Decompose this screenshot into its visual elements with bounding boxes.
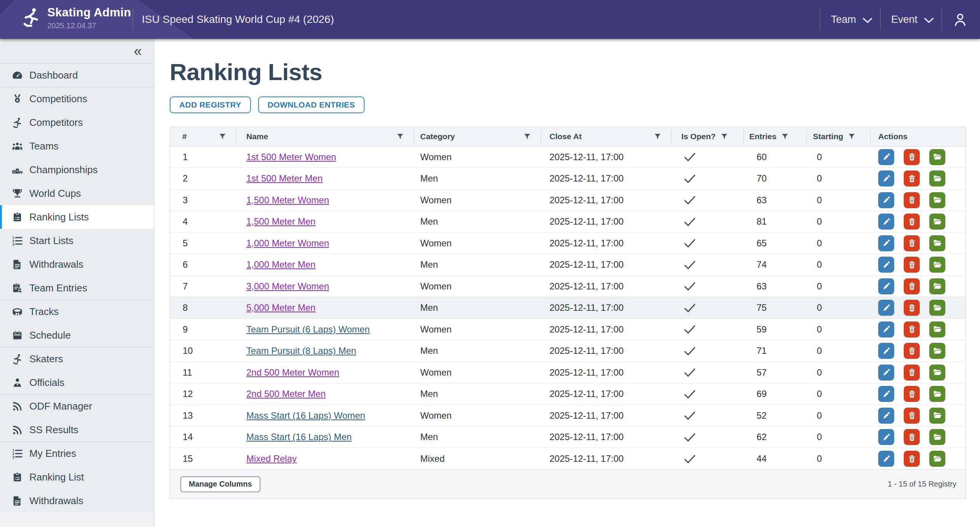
sidebar-collapse-button[interactable]: « <box>134 44 142 58</box>
ranking-list-link[interactable]: 2nd 500 Meter Men <box>246 389 326 399</box>
edit-button[interactable] <box>878 343 894 359</box>
entries-cell: 60 <box>744 146 807 168</box>
sidebar-item[interactable]: Schedule <box>0 323 154 347</box>
edit-button[interactable] <box>878 451 894 467</box>
delete-button[interactable] <box>904 408 920 424</box>
filter-icon[interactable] <box>782 133 788 140</box>
sidebar-item[interactable]: 123 My Entries <box>0 442 154 465</box>
download-entries-button[interactable]: DOWNLOAD ENTRIES <box>258 96 365 113</box>
ranking-list-link[interactable]: 1st 500 Meter Men <box>246 173 323 184</box>
delete-button[interactable] <box>904 386 920 402</box>
delete-button[interactable] <box>904 278 920 294</box>
table-column-header: Entries <box>744 127 807 146</box>
edit-button[interactable] <box>878 235 894 251</box>
open-folder-button[interactable] <box>929 321 945 337</box>
delete-button[interactable] <box>904 235 920 251</box>
open-folder-button[interactable] <box>929 451 945 467</box>
sidebar-item-label: Schedule <box>29 329 71 341</box>
edit-button[interactable] <box>878 429 894 445</box>
open-folder-button[interactable] <box>929 278 945 294</box>
ranking-list-link[interactable]: Mass Start (16 Laps) Women <box>246 410 365 421</box>
sidebar-item[interactable]: Skaters <box>0 347 154 371</box>
filter-icon[interactable] <box>524 133 530 140</box>
open-folder-button[interactable] <box>929 192 945 208</box>
sidebar-item[interactable]: Competitions <box>0 87 154 111</box>
delete-button[interactable] <box>904 343 920 359</box>
ranking-list-link[interactable]: 3,000 Meter Women <box>246 281 329 292</box>
delete-button[interactable] <box>904 429 920 445</box>
sidebar-item[interactable]: Teams <box>0 134 154 158</box>
edit-button[interactable] <box>878 214 894 230</box>
edit-button[interactable] <box>878 321 894 337</box>
open-folder-button[interactable] <box>929 214 945 230</box>
user-account-button[interactable] <box>952 11 969 28</box>
category-cell: Men <box>414 211 541 232</box>
sidebar-item[interactable]: Ranking Lists <box>0 205 154 229</box>
delete-button[interactable] <box>904 214 920 230</box>
open-folder-button[interactable] <box>929 408 945 424</box>
open-folder-button[interactable] <box>929 257 945 273</box>
event-menu[interactable]: Event <box>880 14 941 26</box>
filter-icon[interactable] <box>654 133 661 140</box>
sidebar-item[interactable]: 123 Championships <box>0 158 154 182</box>
filter-icon[interactable] <box>397 133 403 140</box>
delete-button[interactable] <box>904 192 920 208</box>
sidebar-item[interactable]: Tracks <box>0 300 154 323</box>
sidebar-item[interactable]: SS Results <box>0 418 154 442</box>
open-folder-button[interactable] <box>929 343 945 359</box>
add-registry-button[interactable]: ADD REGISTRY <box>170 96 251 113</box>
ranking-list-link[interactable]: 5,000 Meter Men <box>246 302 315 313</box>
ranking-list-link[interactable]: 1,000 Meter Women <box>246 238 329 249</box>
filter-icon[interactable] <box>848 133 855 140</box>
open-folder-button[interactable] <box>929 365 945 381</box>
delete-button[interactable] <box>904 451 920 467</box>
sidebar-item[interactable]: Ranking List <box>0 465 154 489</box>
edit-button[interactable] <box>878 300 894 316</box>
ranking-list-link[interactable]: 1,500 Meter Women <box>246 195 329 206</box>
ranking-list-link[interactable]: Mass Start (16 Laps) Men <box>246 432 352 442</box>
ranking-list-link[interactable]: 1,000 Meter Men <box>246 259 315 270</box>
open-folder-button[interactable] <box>929 300 945 316</box>
edit-button[interactable] <box>878 278 894 294</box>
sidebar-item[interactable]: Withdrawals <box>0 489 154 513</box>
ranking-list-link[interactable]: 2nd 500 Meter Women <box>246 367 339 378</box>
edit-button[interactable] <box>878 257 894 273</box>
trash-icon <box>908 325 916 334</box>
filter-icon[interactable] <box>721 133 728 140</box>
ranking-list-link[interactable]: Team Pursuit (6 Laps) Women <box>246 324 370 335</box>
edit-button[interactable] <box>878 149 894 165</box>
edit-button[interactable] <box>878 408 894 424</box>
sidebar-item[interactable]: Withdrawals <box>0 252 154 276</box>
edit-button[interactable] <box>878 192 894 208</box>
ranking-list-link[interactable]: 1st 500 Meter Women <box>246 152 336 162</box>
delete-button[interactable] <box>904 257 920 273</box>
open-folder-button[interactable] <box>929 386 945 402</box>
trash-icon <box>908 304 916 312</box>
sidebar-item[interactable]: World Cups <box>0 182 154 205</box>
delete-button[interactable] <box>904 149 920 165</box>
ranking-list-link[interactable]: 1,500 Meter Men <box>246 216 315 227</box>
filter-icon[interactable] <box>219 133 226 140</box>
sidebar-item[interactable]: Team Entries <box>0 276 154 300</box>
ranking-list-link[interactable]: Mixed Relay <box>246 453 297 464</box>
delete-button[interactable] <box>904 321 920 337</box>
sidebar-item[interactable]: Officials <box>0 371 154 394</box>
delete-button[interactable] <box>904 300 920 316</box>
edit-button[interactable] <box>878 386 894 402</box>
sidebar-item[interactable]: Competitors <box>0 111 154 134</box>
open-folder-button[interactable] <box>929 429 945 445</box>
header-divider <box>941 8 942 31</box>
sidebar-item[interactable]: ODF Manager <box>0 394 154 418</box>
sidebar-item[interactable]: 123 Start Lists <box>0 229 154 252</box>
manage-columns-button[interactable]: Manage Columns <box>180 476 260 492</box>
open-folder-button[interactable] <box>929 235 945 251</box>
open-folder-button[interactable] <box>929 170 945 186</box>
ranking-list-link[interactable]: Team Pursuit (8 Laps) Men <box>246 345 356 356</box>
edit-button[interactable] <box>878 170 894 186</box>
delete-button[interactable] <box>904 365 920 381</box>
edit-button[interactable] <box>878 365 894 381</box>
team-menu[interactable]: Team <box>820 14 880 26</box>
sidebar-item[interactable]: Dashboard <box>0 63 154 87</box>
delete-button[interactable] <box>904 170 920 186</box>
open-folder-button[interactable] <box>929 149 945 165</box>
